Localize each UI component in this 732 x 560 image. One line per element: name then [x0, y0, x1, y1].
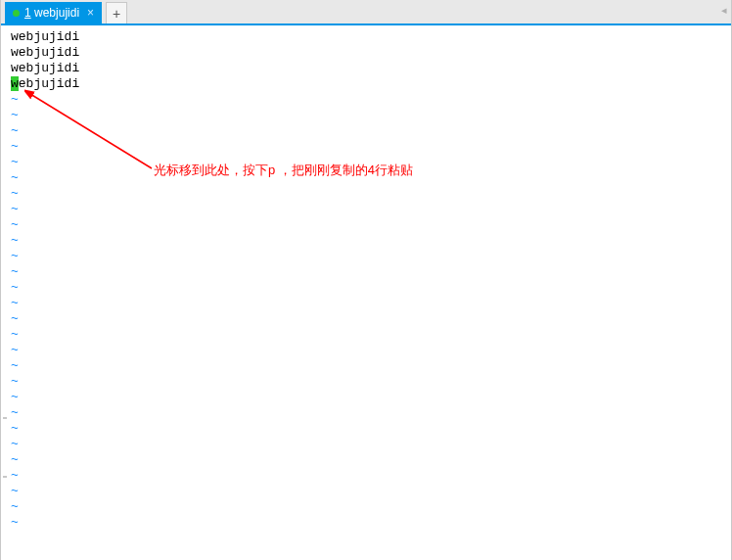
gutter-mark	[3, 417, 7, 419]
empty-line-tilde: ~	[11, 437, 731, 452]
empty-line-tilde: ~	[11, 280, 731, 296]
text-line: webjujidi	[11, 76, 731, 92]
empty-line-tilde: ~	[11, 233, 731, 249]
empty-line-tilde: ~	[11, 515, 731, 531]
cursor: w	[11, 76, 19, 91]
empty-line-tilde: ~	[11, 484, 731, 499]
empty-line-tilde: ~	[11, 170, 731, 186]
editor-window: 1 webjujidi × + ◂ 光标移到此处，按下p ，把刚刚复制的4行粘贴…	[0, 0, 732, 560]
empty-line-tilde: ~	[11, 405, 731, 421]
close-icon[interactable]: ×	[87, 6, 94, 20]
empty-line-tilde: ~	[11, 217, 731, 233]
tab-title: 1 webjujidi	[24, 6, 79, 20]
empty-line-tilde: ~	[11, 139, 731, 155]
editor-area[interactable]: 光标移到此处，按下p ，把刚刚复制的4行粘贴 webjujidiwebjujid…	[1, 25, 731, 560]
fold-gutter	[1, 25, 9, 560]
tab-name: webjujidi	[34, 6, 79, 20]
gutter-mark	[3, 476, 7, 478]
text-line: webjujidi	[11, 61, 731, 76]
empty-line-tilde: ~	[11, 311, 731, 327]
empty-line-tilde: ~	[11, 296, 731, 311]
empty-line-tilde: ~	[11, 249, 731, 264]
modified-dot-icon	[13, 10, 20, 17]
empty-line-tilde: ~	[11, 264, 731, 280]
empty-line-tilde: ~	[11, 343, 731, 358]
empty-line-tilde: ~	[11, 123, 731, 139]
tab-index: 1	[24, 6, 31, 20]
tab-active[interactable]: 1 webjujidi ×	[5, 2, 102, 23]
empty-line-tilde: ~	[11, 155, 731, 170]
empty-line-tilde: ~	[11, 421, 731, 437]
empty-line-tilde: ~	[11, 499, 731, 515]
text-line: webjujidi	[11, 45, 731, 61]
empty-line-tilde: ~	[11, 108, 731, 123]
tab-scroll-left-icon[interactable]: ◂	[721, 4, 727, 17]
empty-line-tilde: ~	[11, 468, 731, 484]
empty-line-tilde: ~	[11, 358, 731, 374]
empty-line-tilde: ~	[11, 186, 731, 202]
empty-line-tilde: ~	[11, 202, 731, 217]
empty-line-tilde: ~	[11, 452, 731, 468]
new-tab-button[interactable]: +	[106, 2, 127, 23]
empty-line-tilde: ~	[11, 92, 731, 108]
empty-line-tilde: ~	[11, 374, 731, 390]
empty-line-tilde: ~	[11, 390, 731, 405]
empty-line-tilde: ~	[11, 327, 731, 343]
text-line: webjujidi	[11, 29, 731, 45]
tab-bar: 1 webjujidi × + ◂	[1, 0, 731, 25]
